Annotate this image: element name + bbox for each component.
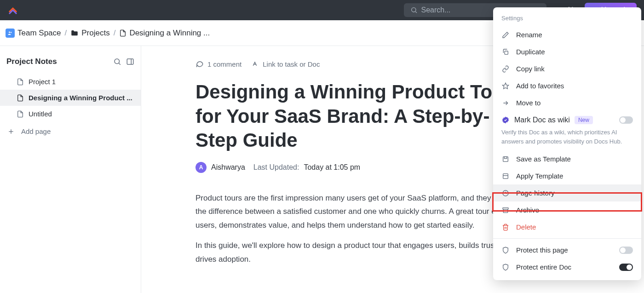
breadcrumb-doc[interactable]: Designing a Winning ...: [119, 29, 210, 38]
sidebar-item-label: Untitled: [29, 110, 52, 118]
last-updated-label: Last Updated:: [253, 163, 299, 172]
pencil-icon: [501, 31, 510, 39]
svg-point-4: [115, 59, 120, 64]
doc-icon: [17, 94, 24, 102]
menu-copy-link[interactable]: Copy link: [493, 60, 641, 77]
menu-protect-page[interactable]: Protect this page: [493, 241, 641, 259]
menu-page-history[interactable]: Page history: [493, 184, 641, 201]
wiki-description: Verify this Doc as a wiki, which priorit…: [501, 128, 633, 146]
duplicate-icon: [501, 48, 510, 56]
team-icon: [6, 29, 15, 38]
archive-icon: [501, 207, 510, 214]
search-placeholder: Search...: [421, 6, 451, 14]
sidebar-item-page[interactable]: Project 1: [0, 74, 141, 90]
menu-separator: [493, 238, 641, 239]
breadcrumb-folder[interactable]: Projects: [70, 29, 109, 38]
breadcrumb-separator: /: [114, 29, 116, 38]
menu-favorites[interactable]: Add to favorites: [493, 77, 641, 94]
search-icon: [410, 6, 418, 14]
menu-delete[interactable]: Delete: [493, 218, 641, 236]
sidebar-item-label: Designing a Winning Product ...: [29, 94, 132, 102]
sidebar: Project Notes Project 1 Designing a Winn…: [0, 46, 141, 293]
menu-rename[interactable]: Rename: [493, 26, 641, 43]
svg-rect-14: [503, 173, 508, 178]
sidebar-item-page[interactable]: Designing a Winning Product ...: [0, 90, 141, 106]
menu-apply-template[interactable]: Apply Template: [493, 167, 641, 184]
svg-line-1: [415, 11, 417, 13]
menu-protect-doc[interactable]: Protect entire Doc: [493, 259, 641, 276]
link-icon: [501, 65, 510, 73]
comments-button[interactable]: 1 comment: [196, 60, 242, 68]
menu-mark-wiki: Mark Doc as wiki New Verify this Doc as …: [493, 111, 641, 150]
page-title[interactable]: Designing a Winning Product Tour for You…: [196, 80, 527, 153]
menu-duplicate[interactable]: Duplicate: [493, 43, 641, 60]
sidebar-item-page[interactable]: Untitled: [0, 106, 141, 122]
save-icon: [501, 155, 510, 163]
wiki-toggle[interactable]: [619, 116, 633, 124]
svg-line-5: [119, 63, 120, 64]
new-badge: New: [575, 116, 593, 124]
sidebar-title: Project Notes: [6, 57, 57, 66]
doc-icon: [17, 110, 24, 118]
plus-icon: [7, 128, 15, 135]
verified-icon: [501, 116, 510, 124]
paragraph: In this guide, we'll explore how to desi…: [196, 239, 527, 266]
doc-icon: [119, 29, 126, 37]
folder-icon: [70, 29, 79, 37]
svg-point-3: [11, 32, 12, 33]
svg-rect-16: [503, 207, 508, 209]
history-icon: [501, 190, 510, 197]
trash-icon: [501, 224, 510, 231]
protect-page-toggle[interactable]: [619, 247, 633, 254]
breadcrumb-separator: /: [65, 29, 67, 38]
menu-save-template[interactable]: Save as Template: [493, 150, 641, 167]
last-updated-value: Today at 1:05 pm: [304, 163, 360, 172]
panel-icon[interactable]: [126, 57, 134, 66]
svg-rect-13: [504, 156, 506, 158]
avatar[interactable]: A: [196, 162, 207, 173]
panel-header: Settings: [493, 12, 641, 26]
paragraph: Product tours are the first impression m…: [196, 191, 527, 232]
breadcrumb-space[interactable]: Team Space: [6, 29, 61, 38]
move-icon: [501, 99, 510, 107]
doc-icon: [17, 78, 24, 86]
comment-icon: [196, 60, 204, 68]
svg-point-2: [9, 31, 10, 33]
add-page-button[interactable]: Add page: [0, 122, 141, 141]
template-icon: [501, 172, 510, 180]
star-icon: [501, 82, 510, 90]
document-body[interactable]: Product tours are the first impression m…: [196, 191, 527, 266]
link-task-button[interactable]: Link to task or Doc: [251, 60, 320, 68]
app-logo[interactable]: [7, 5, 18, 16]
shield-icon: [501, 264, 510, 271]
svg-marker-11: [502, 83, 508, 89]
author-name: Aishwarya: [211, 163, 245, 172]
search-icon[interactable]: [113, 57, 121, 66]
shield-icon: [501, 247, 510, 254]
sidebar-item-label: Project 1: [29, 78, 56, 86]
menu-archive[interactable]: Archive: [493, 201, 641, 218]
protect-doc-toggle[interactable]: [619, 264, 633, 271]
svg-rect-10: [505, 51, 508, 54]
menu-move-to[interactable]: Move to: [493, 94, 641, 111]
svg-point-0: [411, 8, 415, 12]
svg-rect-12: [503, 156, 508, 161]
settings-panel: Settings Rename Duplicate Copy link Add …: [493, 7, 641, 280]
link-arrow-icon: [251, 60, 259, 68]
svg-rect-6: [127, 59, 133, 64]
